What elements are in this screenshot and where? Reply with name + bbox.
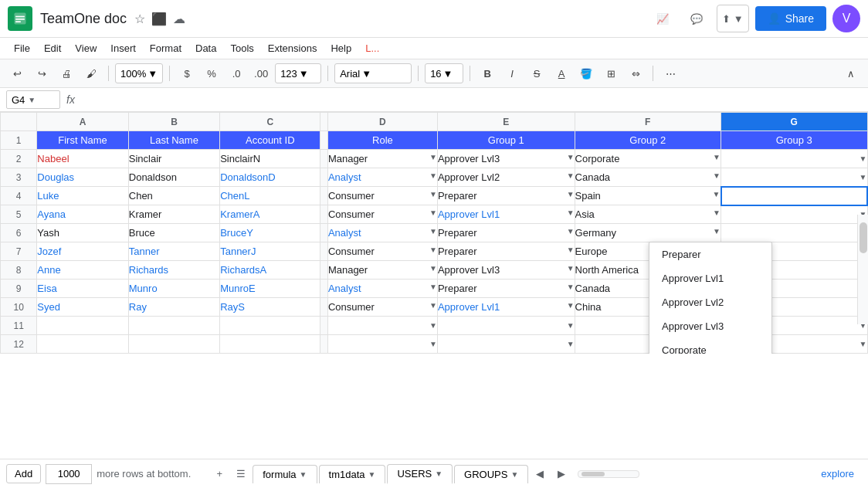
cell-a9[interactable]: Eisa [37,280,128,298]
cell-c4[interactable]: ChenL [220,187,320,205]
cell-e9[interactable]: Preparer ▼ [437,280,575,298]
cell-c10[interactable]: RayS [220,298,320,317]
header-group1[interactable]: Group 1 [437,131,575,150]
col-header-d[interactable]: D [327,113,437,131]
zoom-dropdown[interactable]: 100% ▼ [115,63,163,83]
cell-d7[interactable]: Consumer ▼ [327,242,437,261]
folder-icon[interactable]: ⬛ [151,12,167,26]
header-group2[interactable]: Group 2 [575,131,721,150]
borders-button[interactable]: ⊞ [600,63,622,84]
cell-b11[interactable] [128,317,219,335]
cell-e5[interactable]: Approver Lvl1 ▼ [437,205,575,224]
menu-file[interactable]: File [8,39,36,57]
cell-f2[interactable]: Corporate ▼ [575,150,721,168]
tab-prev-button[interactable]: ◀ [530,464,550,484]
cell-e12[interactable]: ▼ [437,335,575,354]
cell-b4[interactable]: Chen [128,187,219,205]
cell-e10[interactable]: Approver Lvl1 ▼ [437,298,575,317]
cell-d12[interactable]: ▼ [327,335,437,354]
autocomplete-item-approver-lvl3[interactable]: Approver Lvl3 [649,314,771,338]
col-header-a[interactable]: A [37,113,128,131]
header-accountid[interactable]: Account ID [220,131,320,150]
cell-a5[interactable]: Ayana [37,205,128,224]
cell-c2[interactable]: SinclairN [220,150,320,168]
sheet-tab-users[interactable]: USERS ▼ [387,464,453,484]
font-size-dropdown[interactable]: 16▼ [425,63,463,83]
vertical-scrollbar[interactable] [857,215,868,324]
cloud-icon[interactable]: ☁ [173,12,185,26]
cell-g4[interactable] [721,187,868,205]
cell-g6[interactable]: ▼ [721,224,868,242]
underline-button[interactable]: A [551,63,572,84]
cell-e11[interactable]: ▼ [437,317,575,335]
italic-button[interactable]: I [501,63,523,84]
cell-d11[interactable]: ▼ [327,317,437,335]
cell-c3[interactable]: DonaldsonD [220,168,320,187]
cell-d10[interactable]: Consumer ▼ [327,298,437,317]
avatar[interactable]: V [832,5,860,32]
menu-help[interactable]: Help [324,39,358,57]
cell-a3[interactable]: Douglas [37,168,128,187]
cell-a10[interactable]: Syed [37,298,128,317]
cell-b12[interactable] [128,335,219,354]
redo-button[interactable]: ↪ [31,63,53,84]
cell-f3[interactable]: Canada ▼ [575,168,721,187]
cell-d2[interactable]: Manager ▼ [327,150,437,168]
cell-d5[interactable]: Consumer ▼ [327,205,437,224]
cell-e6[interactable]: Preparer ▼ [437,224,575,242]
undo-button[interactable]: ↩ [6,63,28,84]
menu-view[interactable]: View [69,39,103,57]
tab-next-button[interactable]: ▶ [551,464,571,484]
header-firstname[interactable]: First Name [37,131,128,150]
cell-b3[interactable]: Donaldson [128,168,219,187]
cell-e3[interactable]: Approver Lvl2 ▼ [437,168,575,187]
cell-reference[interactable]: G4 ▼ [6,90,60,109]
merge-button[interactable]: ⇔ [625,63,646,84]
cell-c6[interactable]: BruceY [220,224,320,242]
cell-b10[interactable]: Ray [128,298,219,317]
paint-format-button[interactable]: 🖌 [80,63,102,84]
menu-data[interactable]: Data [189,39,222,57]
col-header-e[interactable]: E [437,113,575,131]
h-scrollbar[interactable] [578,470,639,478]
bold-button[interactable]: B [476,63,498,84]
col-header-b[interactable]: B [128,113,219,131]
autocomplete-item-corporate[interactable]: Corporate [649,338,771,354]
fill-color-button[interactable]: 🪣 [575,63,597,84]
share-button[interactable]: 👤 Share [755,6,826,31]
cell-e8[interactable]: Approver Lvl3 ▼ [437,261,575,280]
font-dropdown[interactable]: Arial▼ [334,63,412,83]
cell-d6[interactable]: Analyst ▼ [327,224,437,242]
col-header-c[interactable]: C [220,113,320,131]
star-icon[interactable]: ☆ [134,12,145,26]
cell-d8[interactable]: Manager ▼ [327,261,437,280]
cell-c8[interactable]: RichardsA [220,261,320,280]
cell-f6[interactable]: Germany ▼ [575,224,721,242]
cell-d9[interactable]: Analyst ▼ [327,280,437,298]
cell-f5[interactable]: Asia ▼ [575,205,721,224]
cell-e4[interactable]: Preparer ▼ [437,187,575,205]
comment-icon[interactable]: 💬 [683,5,710,32]
explore-button[interactable]: explore [813,465,862,483]
cell-g3[interactable]: ▼ [721,168,868,187]
cell-c11[interactable] [220,317,320,335]
autocomplete-item-preparer[interactable]: Preparer [649,242,771,266]
menu-format[interactable]: Format [144,39,188,57]
sheet-list-button[interactable]: ☰ [231,464,251,484]
percent-button[interactable]: % [201,63,222,84]
header-role[interactable]: Role [327,131,437,150]
autocomplete-item-approver-lvl2[interactable]: Approver Lvl2 [649,290,771,314]
sheet-tab-groups[interactable]: GROUPS ▼ [454,465,528,483]
chart-icon[interactable]: 📈 [649,5,676,32]
cell-c9[interactable]: MunroE [220,280,320,298]
share-mode-icon[interactable]: ⬆▼ [717,5,749,32]
cell-b5[interactable]: Kramer [128,205,219,224]
cell-f4[interactable]: Spain ▼ [575,187,721,205]
add-sheet-button[interactable]: + [209,464,229,484]
cell-g5[interactable]: ▼ [721,205,868,224]
menu-edit[interactable]: Edit [38,39,67,57]
autocomplete-item-approver-lvl1[interactable]: Approver Lvl1 [649,266,771,290]
add-rows-button[interactable]: Add [6,464,41,483]
cell-b8[interactable]: Richards [128,261,219,280]
col-header-g[interactable]: G [721,113,868,131]
